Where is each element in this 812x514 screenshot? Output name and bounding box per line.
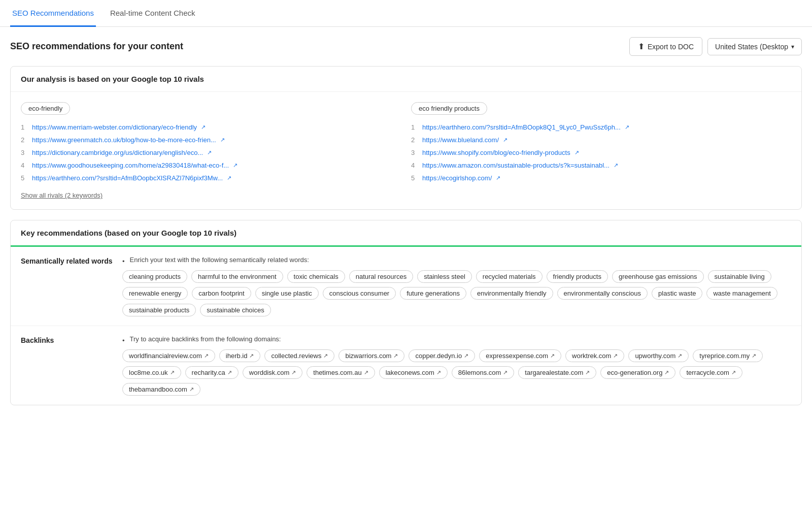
- key-rec-card: Key recommendations (based on your Googl…: [10, 220, 802, 405]
- external-link-icon: ↗: [249, 352, 254, 359]
- rival-link[interactable]: https://earthhero.com/?srsltid=AfmBOopbc…: [32, 174, 223, 182]
- export-button[interactable]: ⬆ Export to DOC: [629, 37, 702, 56]
- external-link-icon: ↗: [291, 369, 296, 376]
- rival-link[interactable]: https://earthhero.com/?srsltid=AfmBOopk8…: [422, 123, 621, 131]
- tag-pill: conscious consumer: [323, 287, 396, 300]
- external-link-icon: ↗: [227, 175, 231, 181]
- external-link-icon: ↗: [189, 386, 194, 393]
- tag-pill: harmful to the environment: [191, 270, 283, 283]
- rivals-grid: eco-friendly 1https://www.merriam-webste…: [21, 102, 791, 184]
- tab-realtime-content-check[interactable]: Real-time Content Check: [108, 1, 197, 27]
- domain-pill[interactable]: tyreprice.com.my ↗: [693, 349, 763, 362]
- backlinks-row: Backlinks • Try to acquire backlinks fro…: [11, 326, 801, 405]
- external-link-icon: ↗: [201, 124, 206, 131]
- rival-list-2: 1https://earthhero.com/?srsltid=AfmBOopk…: [411, 121, 791, 184]
- external-link-icon: ↗: [227, 369, 232, 376]
- external-link-icon: ↗: [220, 137, 225, 143]
- tag-pill: recycled materials: [476, 270, 543, 283]
- domain-pill[interactable]: worktrek.com ↗: [565, 349, 624, 362]
- external-link-icon: ↗: [393, 352, 398, 359]
- external-link-icon: ↗: [503, 137, 507, 143]
- rival-link[interactable]: https://www.amazon.com/sustainable-produ…: [422, 162, 610, 169]
- domain-pill[interactable]: loc8me.co.uk ↗: [122, 366, 181, 379]
- external-link-icon: ↗: [678, 352, 682, 359]
- tag-pill: renewable energy: [122, 287, 188, 300]
- keyword-pill-1: eco-friendly: [21, 102, 70, 115]
- external-link-icon: ↗: [550, 352, 555, 359]
- list-item: 5https://ecogirlshop.com/↗: [411, 172, 791, 184]
- tag-pill: waste management: [706, 287, 777, 300]
- tab-seo-recommendations[interactable]: SEO Recommendations: [10, 1, 96, 27]
- domain-pill[interactable]: worldfinancialreview.com ↗: [122, 349, 215, 362]
- location-select[interactable]: United States (Desktop ▾: [707, 38, 802, 55]
- external-link-icon: ↗: [464, 352, 468, 359]
- keyword-pill-2: eco friendly products: [411, 102, 487, 115]
- domain-pill[interactable]: expressexpense.com ↗: [479, 349, 561, 362]
- domain-pill[interactable]: 86lemons.com ↗: [452, 366, 515, 379]
- domain-pill[interactable]: upworthy.com ↗: [628, 349, 689, 362]
- list-item: 2https://www.greenmatch.co.uk/blog/how-t…: [21, 134, 401, 146]
- domain-pill[interactable]: worddisk.com ↗: [243, 366, 302, 379]
- tag-pill: environmentally conscious: [557, 287, 648, 300]
- rival-link[interactable]: https://www.shopify.com/blog/eco-friendl…: [422, 149, 570, 156]
- domain-pill[interactable]: thetimes.com.au ↗: [307, 366, 375, 379]
- tag-pill: plastic waste: [652, 287, 702, 300]
- tag-pill: stainless steel: [417, 270, 472, 283]
- tabs-bar: SEO Recommendations Real-time Content Ch…: [0, 0, 812, 27]
- app-container: SEO Recommendations Real-time Content Ch…: [0, 0, 812, 514]
- backlinks-tags-container: worldfinancialreview.com ↗iherb.id ↗coll…: [122, 349, 791, 396]
- tag-pill: single use plastic: [255, 287, 319, 300]
- backlinks-description-text: Try to acquire backlinks from the follow…: [130, 335, 281, 343]
- rival-link[interactable]: https://www.greenmatch.co.uk/blog/how-to…: [32, 136, 216, 144]
- rival-link[interactable]: https://www.merriam-webster.com/dictiona…: [32, 123, 197, 131]
- location-label: United States (Desktop: [715, 43, 788, 51]
- external-link-icon: ↗: [436, 369, 441, 376]
- list-item: 2https://www.blueland.com/↗: [411, 134, 791, 146]
- tag-pill: future generations: [400, 287, 466, 300]
- rivals-card-header: Our analysis is based on your Google top…: [11, 67, 801, 92]
- bullet-icon: •: [122, 256, 125, 265]
- list-item: 3https://www.shopify.com/blog/eco-friend…: [411, 146, 791, 159]
- chevron-down-icon: ▾: [791, 43, 794, 50]
- tag-pill: toxic chemicals: [287, 270, 345, 283]
- domain-pill[interactable]: copper.dedyn.io ↗: [409, 349, 475, 362]
- backlinks-description: • Try to acquire backlinks from the foll…: [122, 335, 791, 344]
- semantically-related-label: Semantically related words: [21, 256, 122, 265]
- domain-pill[interactable]: eco-generation.org ↗: [600, 366, 675, 379]
- semantically-description-text: Enrich your text with the following sema…: [130, 256, 309, 264]
- tag-pill: friendly products: [547, 270, 608, 283]
- backlinks-content: • Try to acquire backlinks from the foll…: [122, 335, 791, 396]
- tag-pill: environmentally friendly: [470, 287, 553, 300]
- domain-pill[interactable]: collected.reviews ↗: [264, 349, 334, 362]
- domain-pill[interactable]: terracycle.com ↗: [680, 366, 742, 379]
- external-link-icon: ↗: [364, 369, 368, 376]
- rival-column-2: eco friendly products 1https://earthhero…: [411, 102, 791, 184]
- rival-link[interactable]: https://www.goodhousekeeping.com/home/a2…: [32, 162, 229, 169]
- domain-pill[interactable]: bizwarriors.com ↗: [339, 349, 404, 362]
- external-link-icon: ↗: [323, 352, 328, 359]
- domain-pill[interactable]: recharity.ca ↗: [185, 366, 239, 379]
- tag-pill: greenhouse gas emissions: [612, 270, 704, 283]
- rivals-card: Our analysis is based on your Google top…: [10, 66, 802, 210]
- list-item: 1https://earthhero.com/?srsltid=AfmBOopk…: [411, 121, 791, 134]
- rival-link[interactable]: https://www.blueland.com/: [422, 136, 499, 144]
- external-link-icon: ↗: [625, 124, 629, 131]
- semantically-related-words-row: Semantically related words • Enrich your…: [11, 247, 801, 326]
- domain-pill[interactable]: thebamandboo.com ↗: [122, 383, 200, 396]
- tag-pill: carbon footprint: [192, 287, 251, 300]
- export-button-label: Export to DOC: [648, 43, 694, 51]
- list-item: 1https://www.merriam-webster.com/diction…: [21, 121, 401, 134]
- content-area: SEO recommendations for your content ⬆ E…: [0, 27, 812, 426]
- show-all-rivals-link[interactable]: Show all rivals (2 keywords): [21, 191, 103, 199]
- tag-pill: natural resources: [349, 270, 413, 283]
- semantically-related-description: • Enrich your text with the following se…: [122, 256, 791, 265]
- domain-pill[interactable]: iherb.id ↗: [219, 349, 261, 362]
- rival-link[interactable]: https://dictionary.cambridge.org/us/dict…: [32, 149, 203, 156]
- external-link-icon: ↗: [752, 352, 756, 359]
- external-link-icon: ↗: [731, 369, 736, 376]
- domain-pill[interactable]: targarealestate.com ↗: [518, 366, 596, 379]
- domain-pill[interactable]: lakeconews.com ↗: [379, 366, 448, 379]
- tag-pill: sustainable products: [122, 304, 196, 316]
- rival-link[interactable]: https://ecogirlshop.com/: [422, 174, 492, 182]
- semantically-related-content: • Enrich your text with the following se…: [122, 256, 791, 316]
